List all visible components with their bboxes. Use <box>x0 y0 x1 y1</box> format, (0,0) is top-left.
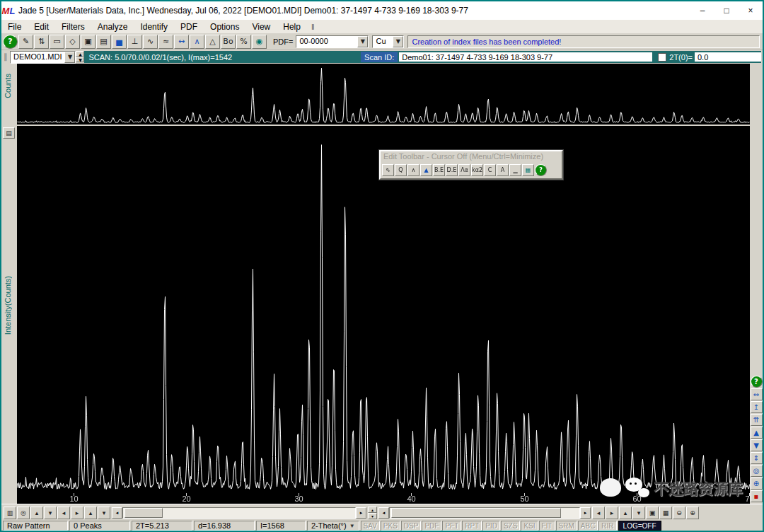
scroll-right-icon[interactable]: ▸ <box>356 507 366 519</box>
ka2-strip-button[interactable]: kα2 <box>471 164 483 176</box>
baseline-button[interactable]: ▁ <box>509 164 521 176</box>
v-expand-button[interactable]: ⇕ <box>751 452 763 464</box>
grid-toggle-button[interactable]: ▦ <box>659 507 672 519</box>
pdf-combobox[interactable]: 00-0000 ▼ <box>296 35 369 48</box>
units-dropdown-icon[interactable]: ▼ <box>349 523 355 529</box>
page-up-button[interactable]: ⇈ <box>751 414 763 426</box>
scroll-left-icon[interactable]: ◂ <box>378 507 389 519</box>
h-scroll-button[interactable]: ⇔ <box>751 388 763 400</box>
step-down-button[interactable]: ▾ <box>632 507 645 519</box>
amorphous-button[interactable]: A <box>497 164 509 176</box>
ka2-peak-button[interactable]: Λα <box>458 164 470 176</box>
mid-spinner-down-icon[interactable]: ▾ <box>368 513 377 519</box>
scale-up-button[interactable]: ▲ <box>751 427 763 439</box>
two-theta-zero-checkbox[interactable] <box>658 53 666 62</box>
menu-file[interactable]: File <box>1 21 28 33</box>
calibrate-button[interactable]: C <box>484 164 496 176</box>
zoom-out-x-button[interactable]: ▾ <box>98 507 110 519</box>
overview-chart-canvas[interactable] <box>17 64 750 125</box>
menu-edit[interactable]: Edit <box>28 21 55 33</box>
x-range-thumb[interactable] <box>125 508 163 518</box>
axis-units-dropdown[interactable]: 2-Theta(°) ▼ <box>307 521 359 531</box>
y-range-scrollbar[interactable]: ◂ ▸ <box>378 507 591 519</box>
smooth-button[interactable]: ∿ <box>143 35 158 49</box>
menu-help[interactable]: Help <box>277 21 307 33</box>
percent-button[interactable]: % <box>236 35 251 49</box>
zoom-in-button[interactable]: ⊕ <box>751 478 763 490</box>
step-left-button[interactable]: ◂ <box>592 507 605 519</box>
edit-toolbar-window[interactable]: Edit Toolbar - Cursor Off (Menu/Ctrl=Min… <box>379 150 563 180</box>
log-toggle[interactable]: LOG=OFF <box>618 521 661 531</box>
background-button[interactable]: △ <box>205 35 220 49</box>
stop-button[interactable]: ▪ <box>751 490 763 502</box>
overview-chart[interactable] <box>17 64 750 125</box>
pointer-cursor-button[interactable]: ⇖ <box>382 164 394 176</box>
window-tile-button[interactable]: ▥ <box>4 507 16 519</box>
cursor-target-button[interactable]: ◎ <box>17 507 30 519</box>
file-sort-button[interactable]: ⇅ <box>34 35 49 49</box>
step-right-button[interactable]: ▸ <box>606 507 618 519</box>
menu-identify[interactable]: Identify <box>134 21 174 33</box>
status-mode[interactable]: Raw Pattern <box>3 521 68 531</box>
scan-toolbar-grip[interactable]: ∥ <box>1 52 10 62</box>
web-button[interactable]: ◉ <box>252 35 267 49</box>
step-up-button[interactable]: ▴ <box>619 507 632 519</box>
top-fit-button[interactable]: ↥ <box>751 401 763 413</box>
zoom-cursor-button[interactable]: Q <box>395 164 407 176</box>
anode-combobox[interactable]: Cu ▼ <box>372 35 404 48</box>
expand-axis-button[interactable]: ↔ <box>174 35 189 49</box>
area-cursor-button[interactable]: ▲ <box>420 164 432 176</box>
grid-button[interactable]: ▦ <box>522 164 534 176</box>
help-button[interactable]: ? <box>535 164 547 176</box>
y-range-thumb[interactable] <box>391 508 561 518</box>
histogram-button[interactable]: ▅ <box>112 35 127 49</box>
pan-down-button[interactable]: ▾ <box>44 507 57 519</box>
background-edit-button[interactable]: B.E <box>433 164 445 176</box>
two-theta-zero-field[interactable]: 0.0 <box>695 52 761 62</box>
anode-dropdown-icon[interactable]: ▼ <box>393 36 403 47</box>
menu-filters[interactable]: Filters <box>55 21 91 33</box>
edit-scan-button[interactable]: ✎ <box>18 35 33 49</box>
report-button[interactable]: ▤ <box>96 35 111 49</box>
file-dropdown-icon[interactable]: ▼ <box>64 52 75 63</box>
zoom-in-button[interactable]: ⊕ <box>686 507 699 519</box>
menu-analyze[interactable]: Analyze <box>91 21 134 33</box>
profile-fit-button[interactable]: ∧ <box>190 35 204 49</box>
maximize-button[interactable]: □ <box>714 1 739 20</box>
overlay-button[interactable]: ◎ <box>751 465 763 477</box>
x-range-scrollbar[interactable]: ◂ ▸ <box>112 507 366 519</box>
help-button[interactable]: ? <box>3 35 18 49</box>
close-button[interactable]: × <box>739 1 763 20</box>
menu-pdf[interactable]: PDF <box>174 21 204 33</box>
scroll-right-icon[interactable]: ▸ <box>580 507 591 519</box>
mid-spinner-up-icon[interactable]: ▴ <box>368 507 377 513</box>
main-chart-canvas[interactable] <box>17 126 750 504</box>
spinner-down-icon[interactable]: ▼ <box>76 57 84 62</box>
x-range-track[interactable] <box>122 507 356 519</box>
spinner-up-icon[interactable]: ▲ <box>76 51 84 57</box>
print-button[interactable]: ▣ <box>81 35 96 49</box>
file-combobox[interactable]: DEMO01.MDI ▼ <box>10 51 76 64</box>
file-spinner[interactable]: ▲ ▼ <box>76 51 84 63</box>
data-edit-button[interactable]: D.E <box>446 164 458 176</box>
zoom-in-x-button[interactable]: ▴ <box>84 507 97 519</box>
peak-cursor-button[interactable]: ∧ <box>407 164 419 176</box>
scale-down-button[interactable]: ▼ <box>751 439 763 451</box>
save-file-button[interactable]: ◇ <box>65 35 80 49</box>
pan-left-button[interactable]: ◂ <box>57 507 70 519</box>
chart-menu-button[interactable]: ▤ <box>3 127 15 139</box>
zoom-out-button[interactable]: ⊖ <box>673 507 685 519</box>
peak-id-button[interactable]: ⊥ <box>127 35 142 49</box>
y-range-track[interactable] <box>389 507 580 519</box>
pdf-dropdown-icon[interactable]: ▼ <box>357 36 368 47</box>
open-file-button[interactable]: ▭ <box>50 35 64 49</box>
bg-overlay-button[interactable]: Bo <box>221 35 236 49</box>
ka2-strip-button[interactable]: ≈ <box>158 35 173 49</box>
pan-up-button[interactable]: ▴ <box>30 507 43 519</box>
menu-view[interactable]: View <box>245 21 277 33</box>
main-chart[interactable]: Edit Toolbar - Cursor Off (Menu/Ctrl=Min… <box>17 126 750 504</box>
pan-right-button[interactable]: ▸ <box>71 507 83 519</box>
full-range-button[interactable]: ▣ <box>646 507 659 519</box>
edit-toolbar-title[interactable]: Edit Toolbar - Cursor Off (Menu/Ctrl=Min… <box>381 151 562 163</box>
mid-spinner[interactable]: ▴ ▾ <box>368 507 377 519</box>
